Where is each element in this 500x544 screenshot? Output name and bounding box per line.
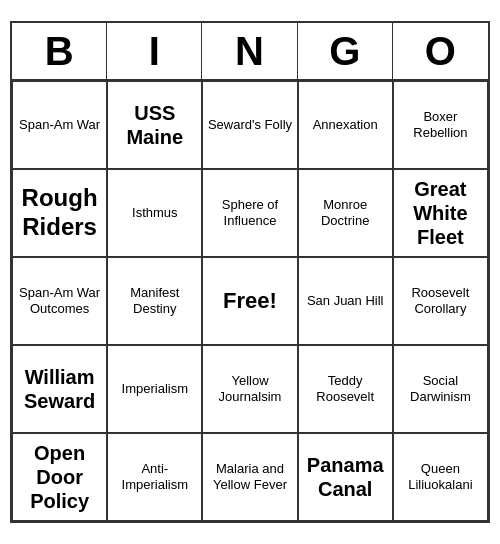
bingo-cell-23: Panama Canal (298, 433, 393, 521)
bingo-cell-2: Seward's Folly (202, 81, 297, 169)
bingo-grid: Span-Am WarUSS MaineSeward's FollyAnnexa… (12, 81, 488, 521)
bingo-cell-15: William Seward (12, 345, 107, 433)
bingo-letter-i: I (107, 23, 202, 79)
bingo-cell-4: Boxer Rebellion (393, 81, 488, 169)
bingo-cell-6: Isthmus (107, 169, 202, 257)
bingo-card: BINGO Span-Am WarUSS MaineSeward's Folly… (10, 21, 490, 523)
bingo-cell-8: Monroe Doctrine (298, 169, 393, 257)
bingo-cell-9: Great White Fleet (393, 169, 488, 257)
bingo-cell-13: San Juan Hill (298, 257, 393, 345)
bingo-cell-1: USS Maine (107, 81, 202, 169)
bingo-cell-20: Open Door Policy (12, 433, 107, 521)
bingo-cell-17: Yellow Journalsim (202, 345, 297, 433)
bingo-cell-10: Span-Am War Outcomes (12, 257, 107, 345)
bingo-cell-14: Roosevelt Corollary (393, 257, 488, 345)
bingo-cell-24: Queen Liliuokalani (393, 433, 488, 521)
bingo-letter-g: G (298, 23, 393, 79)
bingo-cell-5: Rough Riders (12, 169, 107, 257)
bingo-letter-b: B (12, 23, 107, 79)
bingo-cell-11: Manifest Destiny (107, 257, 202, 345)
bingo-cell-3: Annexation (298, 81, 393, 169)
bingo-cell-7: Sphere of Influence (202, 169, 297, 257)
bingo-cell-12: Free! (202, 257, 297, 345)
bingo-cell-18: Teddy Roosevelt (298, 345, 393, 433)
bingo-cell-22: Malaria and Yellow Fever (202, 433, 297, 521)
bingo-header: BINGO (12, 23, 488, 81)
bingo-cell-0: Span-Am War (12, 81, 107, 169)
bingo-cell-19: Social Darwinism (393, 345, 488, 433)
bingo-letter-o: O (393, 23, 488, 79)
bingo-cell-21: Anti-Imperialism (107, 433, 202, 521)
bingo-cell-16: Imperialism (107, 345, 202, 433)
bingo-letter-n: N (202, 23, 297, 79)
